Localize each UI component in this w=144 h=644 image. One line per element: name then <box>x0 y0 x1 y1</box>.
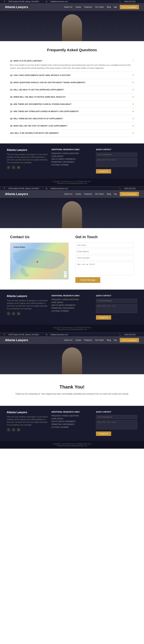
map-zoom-out[interactable]: − <box>64 275 67 278</box>
nav-team[interactable]: Our Team <box>95 6 104 8</box>
footer-col-quick-2: QUICK CONTACT Contact Us <box>96 294 137 320</box>
footer-link-2-3[interactable]: HOW TO WRITE STATEMENTS <box>51 304 93 306</box>
footer-quick-title-3: QUICK CONTACT <box>96 411 137 413</box>
nav-features-2[interactable]: Features <box>84 193 92 195</box>
nav-features-3[interactable]: Features <box>84 339 92 341</box>
nav-cases[interactable]: Cases <box>75 6 81 8</box>
footer-link-2-4[interactable]: PROMOTING CONCISENESS <box>51 307 93 309</box>
nav-faq-2[interactable]: faq <box>114 193 117 195</box>
nav-team-3[interactable]: Our Team <box>95 339 104 341</box>
top-bar: 📍 2345 Faulkner Rd NE, Atlanta, GA 30324… <box>0 0 144 3</box>
footer-link-3-5[interactable]: CULTURAL SCHEMAS <box>51 426 93 428</box>
faq-item-1-toggle[interactable]: − <box>133 59 134 62</box>
map-background: United States + − <box>10 243 69 279</box>
social-facebook-3[interactable]: f <box>7 428 10 432</box>
faq-item-2-toggle[interactable]: + <box>133 74 134 77</box>
faq-item-5-header[interactable]: Q5. WHEN WILL I BE ABLE TO NOTICE SOME R… <box>10 96 134 98</box>
phone-icon-3: 📞 <box>119 334 121 336</box>
social-facebook-2[interactable]: f <box>7 312 10 316</box>
footer-link-1-2[interactable]: LEGAL ADVICE <box>51 155 93 157</box>
top-bar-3: 📍 2345 Faulkner Rd NE, Atlanta, GA 30324… <box>0 333 144 336</box>
footer-contact-btn-3[interactable]: Contact Us <box>96 432 111 436</box>
faq-item-4-toggle[interactable]: + <box>133 88 134 91</box>
address-info-3: 📍 2345 Faulkner Rd NE, Atlanta, GA 30324 <box>3 334 41 336</box>
footer-link-2-2[interactable]: LEGAL ADVICE <box>51 302 93 303</box>
nav-blog-2[interactable]: Blog <box>107 193 111 195</box>
map-zoom-in[interactable]: + <box>64 271 67 274</box>
footer-link-1-1[interactable]: FREQUENTLY ASKED QUESTIONS <box>51 152 93 154</box>
social-twitter-3[interactable]: t <box>12 428 15 432</box>
social-twitter-2[interactable]: t <box>12 312 15 316</box>
social-linkedin-1[interactable]: in <box>17 166 20 169</box>
footer-case-textarea-1[interactable] <box>96 158 137 167</box>
nav-faq-3[interactable]: faq <box>114 339 117 341</box>
footer-1: Atlanta Lawyers There are many variation… <box>0 144 144 178</box>
footer-3: Atlanta Lawyers There are many variation… <box>0 406 144 441</box>
faq-item-10-toggle[interactable]: + <box>133 132 134 134</box>
faq-item-2-header[interactable]: Q2. CAN I TAKE SUPPLEMENTS ON MY OWN, WI… <box>10 74 134 77</box>
submit-button[interactable]: Submit Message <box>75 277 100 283</box>
nav-cases-3[interactable]: Cases <box>75 339 81 341</box>
contact-phone-input[interactable] <box>75 255 134 260</box>
phone-info: 📞 (404) 610-2012 <box>119 1 138 2</box>
faq-item-7-toggle[interactable]: + <box>133 110 134 113</box>
faq-item-10-header[interactable]: Q10. WILL IT BE SUITABLE FOR BOTH THE GE… <box>10 132 134 134</box>
nav-about-2[interactable]: About Us <box>64 193 72 195</box>
faq-item-7-header[interactable]: Q7. ARE THERE ANY STIMULANTS ADDED IN WE… <box>10 110 134 113</box>
footer-link-3-2[interactable]: LEGAL ADVICE <box>51 418 93 420</box>
social-facebook-1[interactable]: f <box>7 166 10 169</box>
nav-cases-2[interactable]: Cases <box>75 193 81 195</box>
contact-email-input[interactable] <box>75 249 134 254</box>
faq-item-8-header[interactable]: Q8. WILL THERE BE ANY SIDE EFFECTS OF SU… <box>10 117 134 120</box>
consultation-button-3[interactable]: Free Consultation <box>120 338 139 342</box>
footer-link-1-5[interactable]: CULTURAL SCHEMAS <box>51 164 93 166</box>
contact-message-input[interactable] <box>75 262 134 275</box>
contact-name-input[interactable] <box>75 242 134 248</box>
consultation-button[interactable]: Free Consultation <box>120 5 139 9</box>
faq-item-5-toggle[interactable]: + <box>133 96 134 98</box>
footer-link-2-1[interactable]: FREQUENTLY ASKED QUESTIONS <box>51 299 93 300</box>
footer-2: Atlanta Lawyers There are many variation… <box>0 290 144 325</box>
faq-item-9-header[interactable]: Q9. WHAT WILL BE THE COST OF WEIGHT LOSS… <box>10 124 134 127</box>
nav-about[interactable]: About Us <box>64 6 72 8</box>
faq-item-4-header[interactable]: Q4. WILL I BE ABLE TO GET FDA APPROVED S… <box>10 88 134 91</box>
contact-section: Contact Us United States + − <box>0 228 144 290</box>
faq-item-6-header[interactable]: Q6. ARE THERE ANY DOCUMENTED CLINICAL ST… <box>10 103 134 106</box>
social-linkedin-3[interactable]: in <box>17 428 20 432</box>
nav-team-2[interactable]: Our Team <box>95 193 104 195</box>
social-twitter-1[interactable]: t <box>12 166 15 169</box>
footer-email-input-1[interactable] <box>96 152 137 157</box>
footer-link-3-4[interactable]: PROMOTING CONCISENESS <box>51 424 93 425</box>
hero-section-2 <box>0 198 144 228</box>
designed-by-3: Designed by buylandingpagedesign.com <box>57 445 87 447</box>
address-info-2: 📍 2345 Faulkner Rd NE, Atlanta, GA 30324 <box>3 188 41 190</box>
consultation-button-2[interactable]: Free Consultation <box>120 192 139 196</box>
nav-faq[interactable]: faq <box>114 6 117 8</box>
footer-link-3-1[interactable]: FREQUENTLY ASKED QUESTIONS <box>51 415 93 417</box>
faq-item-6-toggle[interactable]: + <box>133 103 134 106</box>
footer-case-textarea-2[interactable] <box>96 304 137 313</box>
footer-link-1-4[interactable]: PROMOTING CONCISENESS <box>51 161 93 163</box>
faq-item-3-toggle[interactable]: + <box>133 81 134 84</box>
footer-contact-btn-1[interactable]: Contact Us <box>96 169 111 174</box>
footer-col-links-1: ADDITIONAL RESEARCH LINKS FREQUENTLY ASK… <box>51 148 93 174</box>
nav-blog[interactable]: Blog <box>107 6 111 8</box>
faq-item-8-toggle[interactable]: + <box>133 117 134 120</box>
faq-item-3-header[interactable]: Q3. WHAT QUESTIONS SHOULD I ASK MY DOCTO… <box>10 81 134 84</box>
footer-case-textarea-3[interactable] <box>96 420 137 429</box>
footer-link-2-5[interactable]: CULTURAL SCHEMAS <box>51 310 93 312</box>
footer-email-input-3[interactable] <box>96 415 137 419</box>
nav-about-3[interactable]: About Us <box>64 339 72 341</box>
faq-item-9-toggle[interactable]: + <box>133 124 134 127</box>
map-container: United States + − <box>10 242 69 280</box>
map-svg <box>10 243 69 279</box>
footer-link-1-3[interactable]: HOW TO WRITE STATEMENTS <box>51 158 93 160</box>
nav-blog-3[interactable]: Blog <box>107 339 111 341</box>
footer-contact-btn-2[interactable]: Contact Us <box>96 315 111 320</box>
nav-features[interactable]: Features <box>84 6 92 8</box>
footer-link-3-3[interactable]: HOW TO WRITE STATEMENTS <box>51 420 93 422</box>
faq-item-1-header[interactable]: Q1. WHAT IS A ATLANTA LAWYERS? − <box>10 59 134 62</box>
social-linkedin-2[interactable]: in <box>17 312 20 316</box>
footer-email-input-2[interactable] <box>96 299 137 303</box>
footer-col-about-2: Atlanta Lawyers There are many variation… <box>7 294 48 320</box>
